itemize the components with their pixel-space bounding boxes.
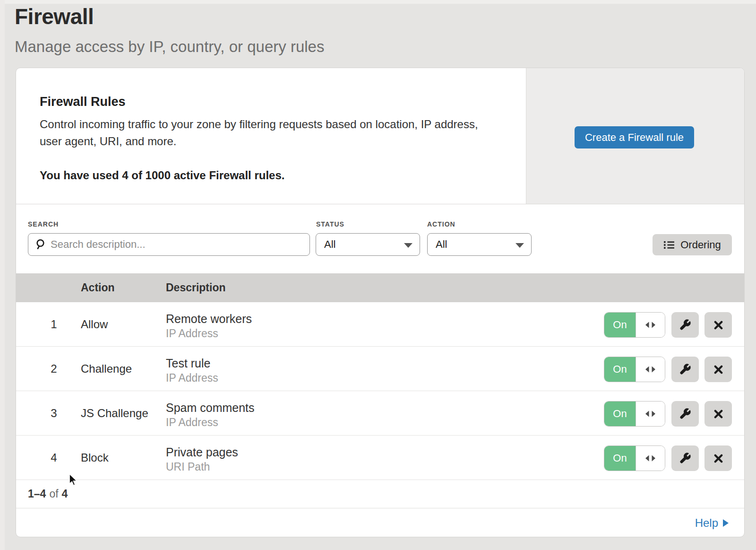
edit-rule-button[interactable] [671, 445, 699, 471]
rule-description: Spam comments [166, 402, 255, 415]
edit-rule-button[interactable] [671, 357, 699, 382]
search-placeholder: Search description... [51, 238, 146, 251]
rule-description: Test rule [166, 357, 210, 370]
section-divider [16, 204, 744, 204]
ordering-button[interactable]: Ordering [653, 234, 732, 255]
status-label: STATUS [316, 220, 344, 228]
rule-description: Private pages [166, 446, 238, 459]
toggle-on-segment[interactable]: On [604, 313, 636, 337]
rule-priority: 2 [46, 347, 61, 391]
rule-enabled-toggle[interactable]: On [604, 312, 665, 338]
window-left-edge [0, 0, 5, 550]
status-value: All [324, 238, 335, 251]
rule-match-type: IP Address [166, 328, 218, 340]
wrench-icon [679, 319, 691, 331]
close-icon [713, 320, 724, 331]
rule-action: Block [81, 436, 109, 480]
table-row: 4 Block Private pages URI Path On [16, 436, 744, 480]
rule-match-type: URI Path [166, 461, 210, 473]
rules-table-body: 1 Allow Remote workers IP Address On [16, 302, 744, 480]
rule-priority: 1 [46, 302, 61, 346]
ordering-label: Ordering [680, 239, 721, 251]
rules-description: Control incoming traffic to your zone by… [40, 116, 512, 150]
pagination-range: 1–4 [28, 488, 46, 500]
rule-priority: 3 [46, 391, 61, 435]
rule-match-type: IP Address [166, 417, 218, 428]
search-input[interactable]: Search description... [28, 233, 310, 256]
pagination-total: 4 [62, 488, 68, 500]
edit-rule-button[interactable] [671, 312, 699, 338]
window-top-edge [0, 0, 756, 4]
rule-description: Remote workers [166, 313, 252, 326]
pagination: 1–4 of 4 [16, 480, 744, 508]
chevron-down-icon [515, 243, 524, 248]
wrench-icon [679, 452, 691, 464]
rule-enabled-toggle[interactable]: On [604, 445, 665, 471]
firewall-rules-card: Firewall Rules Control incoming traffic … [16, 68, 745, 537]
rule-action: Challenge [81, 347, 132, 391]
table-row: 1 Allow Remote workers IP Address On [16, 302, 744, 347]
column-header-action: Action [81, 273, 115, 302]
rule-priority: 4 [46, 436, 61, 480]
table-row: 3 JS Challenge Spam comments IP Address … [16, 391, 744, 436]
rule-match-type: IP Address [166, 372, 218, 384]
rule-enabled-toggle[interactable]: On [604, 357, 665, 382]
table-row: 2 Challenge Test rule IP Address On [16, 347, 744, 391]
toggle-arrows-segment[interactable] [636, 313, 665, 337]
rule-enabled-toggle[interactable]: On [604, 401, 665, 427]
action-dropdown[interactable]: All [427, 233, 532, 256]
delete-rule-button[interactable] [704, 445, 732, 471]
search-icon [35, 239, 46, 250]
rule-action: JS Challenge [81, 391, 148, 435]
toggle-arrows-segment[interactable] [636, 402, 665, 426]
wrench-icon [679, 408, 691, 420]
page-subtitle: Manage access by IP, country, or query r… [15, 38, 324, 55]
left-right-arrows-icon [644, 454, 657, 462]
edit-rule-button[interactable] [671, 401, 699, 427]
toggle-on-segment[interactable]: On [604, 402, 636, 426]
close-icon [713, 453, 724, 464]
toggle-arrows-segment[interactable] [636, 357, 665, 382]
close-icon [713, 364, 724, 375]
create-firewall-rule-button[interactable]: Create a Firewall rule [575, 126, 694, 148]
page-title: Firewall [15, 5, 94, 29]
close-icon [713, 409, 724, 419]
help-row: Help [16, 508, 744, 537]
delete-rule-button[interactable] [704, 357, 732, 382]
rule-action: Allow [81, 302, 108, 346]
column-header-description: Description [166, 273, 226, 302]
action-label: ACTION [427, 220, 455, 228]
delete-rule-button[interactable] [704, 401, 732, 427]
chevron-down-icon [404, 243, 412, 248]
toggle-arrows-segment[interactable] [636, 446, 665, 471]
delete-rule-button[interactable] [704, 312, 732, 338]
toggle-on-segment[interactable]: On [604, 446, 636, 471]
wrench-icon [679, 363, 691, 375]
status-dropdown[interactable]: All [316, 233, 420, 256]
help-arrow-icon [723, 519, 729, 527]
ordered-list-icon [663, 240, 675, 250]
rules-usage-text: You have used 4 of 1000 active Firewall … [40, 169, 284, 182]
left-right-arrows-icon [644, 321, 657, 329]
pagination-of: of [46, 488, 61, 500]
toggle-on-segment[interactable]: On [604, 357, 636, 382]
rules-heading: Firewall Rules [40, 95, 126, 109]
table-header: Action Description [16, 273, 744, 302]
help-link[interactable]: Help [695, 516, 718, 530]
left-right-arrows-icon [644, 410, 657, 418]
search-label: SEARCH [28, 220, 59, 228]
action-value: All [436, 238, 447, 251]
left-right-arrows-icon [644, 366, 657, 373]
